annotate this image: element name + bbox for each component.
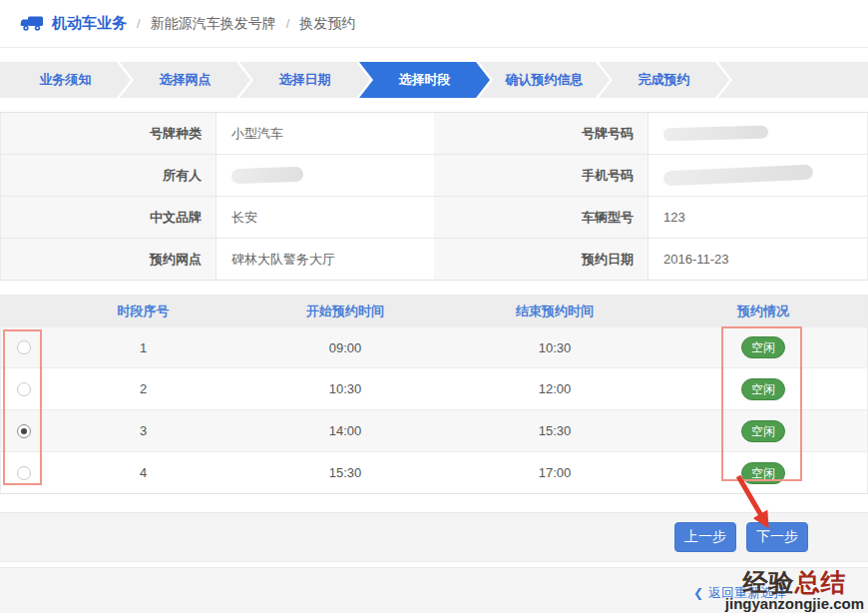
column-header: 预约情况 — [659, 303, 867, 320]
wizard-step-timeslot-active[interactable]: 选择时段 — [359, 62, 490, 98]
timeslot-row[interactable]: 2 10:30 12:00 空闲 — [1, 367, 867, 409]
previous-step-button[interactable]: 上一步 — [674, 522, 736, 552]
breadcrumb-separator: / — [137, 16, 141, 31]
slot-start-time: 09:00 — [240, 340, 450, 355]
breadcrumb-item[interactable]: 新能源汽车换发号牌 — [151, 15, 276, 33]
wizard-step-date[interactable]: 选择日期 — [239, 62, 370, 98]
slot-start-time: 14:00 — [240, 423, 450, 438]
next-step-button[interactable]: 下一步 — [746, 522, 808, 552]
slot-no: 1 — [46, 340, 240, 355]
field-value — [217, 155, 434, 196]
breadcrumb-separator: / — [286, 16, 290, 31]
field-value: 2016-11-23 — [649, 239, 867, 280]
slot-start-time: 10:30 — [240, 381, 450, 396]
status-badge: 空闲 — [741, 378, 785, 400]
field-label: 车辆型号 — [434, 197, 649, 238]
timeslot-row-selected[interactable]: 3 14:00 15:30 空闲 — [1, 409, 867, 451]
redacted-value — [663, 126, 768, 142]
slot-no: 3 — [46, 423, 240, 438]
timeslot-row[interactable]: 4 15:30 17:00 空闲 — [1, 451, 867, 493]
slot-radio[interactable] — [17, 466, 31, 480]
field-label: 号牌号码 — [434, 113, 649, 154]
field-label: 手机号码 — [434, 155, 649, 196]
column-header: 结束预约时间 — [450, 303, 659, 320]
status-badge: 空闲 — [741, 420, 785, 442]
slot-radio-checked[interactable] — [17, 424, 31, 438]
status-badge: 空闲 — [741, 462, 785, 484]
page-header: 机动车业务 / 新能源汽车换发号牌 / 换发预约 — [0, 0, 868, 48]
back-link-label: 返回重新选择 — [708, 585, 786, 600]
column-header: 时段序号 — [46, 303, 240, 320]
breadcrumb-item-current: 换发预约 — [299, 15, 355, 33]
status-badge: 空闲 — [741, 336, 785, 358]
redacted-value — [663, 165, 814, 187]
timeslot-header-row: 时段序号 开始预约时间 结束预约时间 预约情况 — [1, 295, 867, 327]
slot-end-time: 12:00 — [450, 381, 659, 396]
chevron-left-icon: ❮ — [693, 586, 703, 600]
slot-radio[interactable] — [17, 340, 31, 354]
column-header: 开始预约时间 — [240, 303, 450, 320]
wizard-step-notice[interactable]: 业务须知 — [0, 62, 131, 98]
field-label: 预约日期 — [434, 239, 649, 280]
slot-end-time: 15:30 — [450, 423, 659, 438]
field-value: 123 — [649, 197, 867, 238]
wizard-step-done[interactable]: 完成预约 — [599, 62, 729, 98]
back-reselect-link[interactable]: ❮返回重新选择 — [693, 585, 786, 600]
info-row: 所有人 手机号码 — [1, 155, 867, 197]
wizard-step-confirm[interactable]: 确认预约信息 — [479, 62, 610, 98]
appointment-info-table: 号牌种类 小型汽车 号牌号码 所有人 手机号码 中文品牌 长安 车辆型号 123… — [0, 112, 868, 281]
slot-start-time: 15:30 — [240, 465, 450, 480]
wizard-track — [718, 62, 868, 98]
field-label: 中文品牌 — [1, 197, 217, 238]
field-label: 预约网点 — [1, 239, 217, 280]
field-value — [649, 155, 867, 196]
info-row: 预约网点 碑林大队警务大厅 预约日期 2016-11-23 — [1, 239, 867, 280]
slot-no: 4 — [46, 465, 240, 480]
truck-icon — [20, 15, 44, 32]
slot-no: 2 — [46, 381, 240, 396]
footer-bar: ❮返回重新选择 — [0, 567, 868, 613]
redacted-value — [231, 167, 303, 185]
field-label: 号牌种类 — [1, 113, 217, 154]
field-label: 所有人 — [1, 155, 217, 196]
slot-radio[interactable] — [17, 382, 31, 396]
slot-end-time: 17:00 — [450, 465, 659, 480]
page-title: 机动车业务 — [52, 14, 127, 33]
field-value: 碑林大队警务大厅 — [217, 239, 434, 280]
timeslot-table: 时段序号 开始预约时间 结束预约时间 预约情况 1 09:00 10:30 空闲… — [0, 295, 868, 494]
slot-end-time: 10:30 — [450, 340, 659, 355]
field-value: 小型汽车 — [217, 113, 434, 154]
wizard-step-site[interactable]: 选择网点 — [120, 62, 250, 98]
step-wizard: 业务须知 选择网点 选择日期 选择时段 确认预约信息 完成预约 — [0, 62, 868, 98]
info-row: 中文品牌 长安 车辆型号 123 — [1, 197, 867, 239]
action-button-bar: 上一步 下一步 — [0, 512, 868, 562]
field-value — [649, 113, 867, 154]
timeslot-row[interactable]: 1 09:00 10:30 空闲 — [1, 327, 867, 367]
field-value: 长安 — [217, 197, 434, 238]
info-row: 号牌种类 小型汽车 号牌号码 — [1, 113, 867, 155]
